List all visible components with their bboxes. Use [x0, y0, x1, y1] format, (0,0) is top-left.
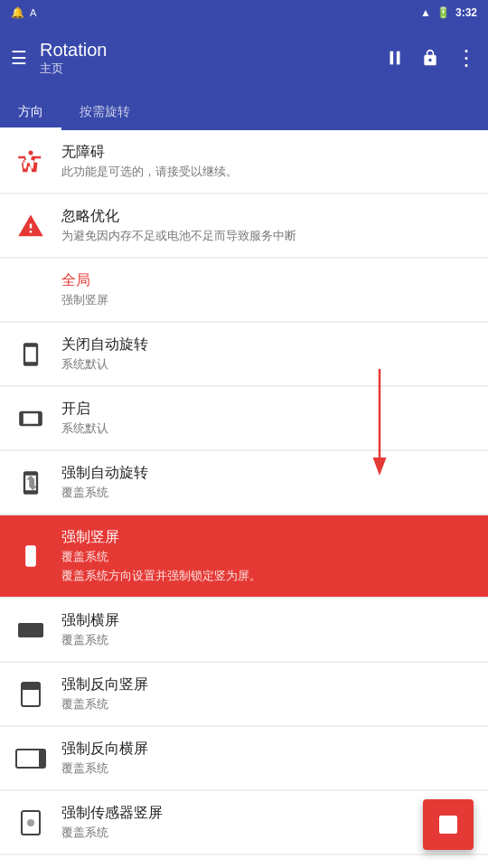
list-item-force-sensor-landscape[interactable]: 强制传感器横屏 覆盖系统 [0, 855, 488, 868]
tab-direction[interactable]: 方向 [0, 97, 61, 130]
android-icon: A [30, 7, 36, 18]
force-reverse-landscape-title: 强制反向横屏 [61, 740, 474, 759]
svg-rect-1 [397, 52, 400, 65]
accessibility-icon [14, 146, 47, 178]
close-auto-text: 关闭自动旋转 系统默认 [61, 335, 474, 373]
force-portrait-subtitle: 覆盖系统 [61, 549, 474, 565]
close-auto-icon [14, 338, 47, 371]
quanju-title: 全局 [61, 271, 474, 290]
fab-stop-button[interactable] [423, 799, 474, 850]
accessibility-title: 无障碍 [61, 143, 474, 162]
quanju-subtitle: 强制竖屏 [61, 292, 474, 308]
svg-rect-5 [25, 545, 36, 566]
force-reverse-landscape-subtitle: 覆盖系统 [61, 760, 474, 777]
list-item-force-reverse-landscape[interactable]: 强制反向横屏 覆盖系统 [0, 727, 488, 789]
force-landscape-title: 强制横屏 [61, 611, 474, 630]
list-item-force-reverse-portrait[interactable]: 强制反向竖屏 覆盖系统 [0, 663, 488, 725]
svg-rect-8 [22, 683, 40, 690]
force-sensor-portrait-title: 强制传感器竖屏 [61, 804, 474, 823]
menu-icon[interactable]: ☰ [11, 47, 27, 69]
close-auto-subtitle: 系统默认 [61, 356, 474, 373]
svg-rect-10 [39, 750, 45, 768]
notification-icon: 🔔 [11, 6, 24, 19]
app-bar: ☰ Rotation 主页 ⋮ [0, 25, 488, 90]
force-landscape-icon [14, 614, 47, 646]
status-time: 3:32 [455, 6, 477, 19]
battery-icon: 🔋 [436, 6, 450, 19]
warning-icon [14, 210, 47, 242]
list-item-force-portrait[interactable]: 强制竖屏 覆盖系统 覆盖系统方向设置并强制锁定竖为屏。 [0, 515, 488, 597]
force-sensor-portrait-subtitle: 覆盖系统 [61, 825, 474, 841]
force-reverse-portrait-title: 强制反向竖屏 [61, 675, 474, 694]
force-auto-subtitle: 覆盖系统 [61, 485, 474, 501]
quanju-text: 全局 强制竖屏 [61, 271, 474, 308]
force-portrait-desc: 覆盖系统方向设置并强制锁定竖为屏。 [61, 568, 474, 584]
app-bar-actions: ⋮ [385, 47, 477, 69]
list-item-quanju[interactable]: 全局 强制竖屏 [0, 259, 488, 321]
stop-icon [439, 816, 457, 834]
force-portrait-title: 强制竖屏 [61, 528, 474, 547]
app-title: Rotation [40, 39, 372, 61]
force-auto-title: 强制自动旋转 [61, 464, 474, 483]
force-landscape-subtitle: 覆盖系统 [61, 632, 474, 648]
wifi-icon: ▲ [420, 6, 431, 19]
ignore-optimize-text: 忽略优化 为避免因内存不足或电池不足而导致服务中断 [61, 207, 474, 244]
more-options-button[interactable]: ⋮ [455, 47, 477, 69]
accessibility-text: 无障碍 此功能是可选的，请接受以继续。 [61, 143, 474, 180]
list-item-ignore-optimize[interactable]: 忽略优化 为避免因内存不足或电池不足而导致服务中断 [0, 194, 488, 257]
svg-rect-0 [390, 52, 394, 65]
force-portrait-text: 强制竖屏 覆盖系统 覆盖系统方向设置并强制锁定竖为屏。 [61, 528, 474, 584]
force-reverse-landscape-icon [14, 742, 47, 775]
force-auto-icon [14, 467, 47, 499]
force-auto-text: 强制自动旋转 覆盖系统 [61, 464, 474, 501]
accessibility-subtitle: 此功能是可选的，请接受以继续。 [61, 164, 474, 180]
list-item-accessibility[interactable]: 无障碍 此功能是可选的，请接受以继续。 [0, 130, 488, 193]
ignore-optimize-title: 忽略优化 [61, 207, 474, 226]
force-reverse-portrait-subtitle: 覆盖系统 [61, 696, 474, 712]
list-item-force-sensor-portrait[interactable]: 强制传感器竖屏 覆盖系统 [0, 791, 488, 854]
app-title-block: Rotation 主页 [40, 39, 372, 77]
force-reverse-portrait-text: 强制反向竖屏 覆盖系统 [61, 675, 474, 712]
force-sensor-portrait-text: 强制传感器竖屏 覆盖系统 [61, 804, 474, 841]
force-portrait-icon [14, 540, 47, 572]
tab-on-demand[interactable]: 按需旋转 [61, 97, 148, 130]
open-text: 开启 系统默认 [61, 400, 474, 437]
lock-button[interactable] [421, 48, 439, 68]
content-list: 无障碍 此功能是可选的，请接受以继续。 忽略优化 为避免因内存不足或电池不足而导… [0, 130, 488, 868]
quanju-icon [14, 274, 47, 307]
list-item-force-landscape[interactable]: 强制横屏 覆盖系统 [0, 599, 488, 661]
svg-point-12 [27, 819, 34, 826]
open-subtitle: 系统默认 [61, 420, 474, 437]
open-title: 开启 [61, 400, 474, 419]
svg-rect-6 [18, 623, 43, 637]
svg-point-2 [29, 150, 33, 155]
pause-button[interactable] [385, 48, 405, 68]
list-item-force-auto[interactable]: 强制自动旋转 覆盖系统 [0, 451, 488, 514]
tabs-bar: 方向 按需旋转 [0, 90, 488, 130]
status-bar: 🔔 A ▲ 🔋 3:32 [0, 0, 488, 25]
list-item-close-auto[interactable]: 关闭自动旋转 系统默认 [0, 323, 488, 385]
ignore-optimize-subtitle: 为避免因内存不足或电池不足而导致服务中断 [61, 228, 474, 244]
force-reverse-portrait-icon [14, 678, 47, 711]
app-subtitle: 主页 [40, 61, 372, 77]
list-item-open[interactable]: 开启 系统默认 [0, 387, 488, 449]
force-sensor-portrait-icon [14, 807, 47, 839]
open-icon [14, 402, 47, 435]
close-auto-title: 关闭自动旋转 [61, 335, 474, 354]
force-reverse-landscape-text: 强制反向横屏 覆盖系统 [61, 740, 474, 777]
force-landscape-text: 强制横屏 覆盖系统 [61, 611, 474, 648]
